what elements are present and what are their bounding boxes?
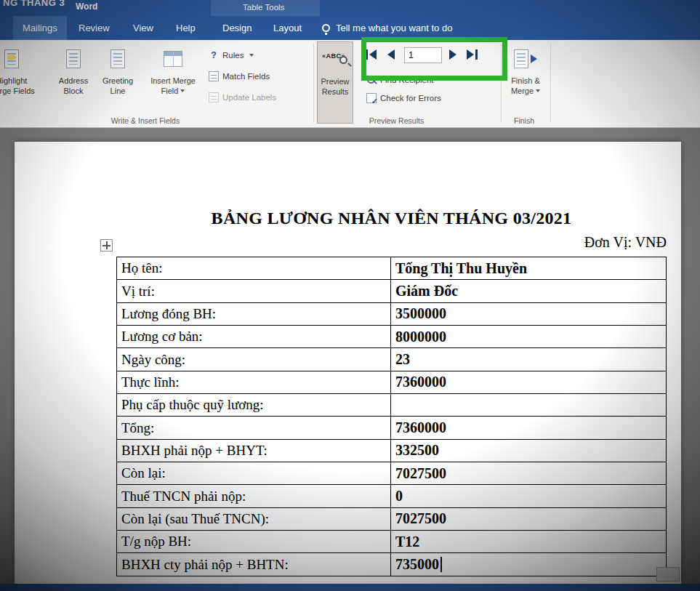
- group-label-preview-results: Preview Results: [315, 116, 478, 125]
- salary-table: Họ tên: Tống Thị Thu Huyền Vị trí: Giám …: [116, 257, 667, 576]
- status-bar-strip: [0, 584, 700, 591]
- app-name: Word: [76, 1, 97, 12]
- row-label-cell[interactable]: Họ tên:: [117, 257, 391, 279]
- table-row: Tổng: 7360000: [117, 417, 667, 439]
- tab-review[interactable]: Review: [69, 16, 119, 40]
- row-label-cell[interactable]: BHXH phải nộp + BHYT:: [117, 440, 391, 462]
- group-label-write-insert-fields: Write & Insert Fields: [0, 116, 291, 125]
- match-fields-button[interactable]: Match Fields: [209, 68, 270, 84]
- finish-and-merge-button[interactable]: Finish & Merge: [504, 41, 547, 124]
- tab-mailings[interactable]: Mailings: [13, 16, 67, 40]
- tab-layout[interactable]: Layout: [264, 16, 311, 40]
- group-separator: [313, 44, 314, 123]
- address-block-icon: [66, 47, 81, 71]
- table-row: T/g nộp BH: T12: [117, 531, 667, 553]
- annotation-box-record-navigation: [361, 37, 507, 81]
- lightbulb-icon: [322, 24, 330, 32]
- dropdown-arrow-icon: [536, 89, 540, 92]
- row-label-cell[interactable]: Vị trí:: [117, 280, 391, 302]
- row-value-cell[interactable]: 7360000: [391, 417, 667, 438]
- tab-view[interactable]: View: [124, 16, 163, 40]
- row-label-cell[interactable]: BHXH cty phải nộp + BHTN:: [117, 553, 391, 575]
- table-row: Còn lại: 7027500: [117, 462, 667, 485]
- document-page[interactable]: BẢNG LƯƠNG NHÂN VIÊN THÁNG 03/2021 Đơn V…: [15, 142, 681, 584]
- row-label-cell[interactable]: Ngày công:: [117, 348, 391, 370]
- button-label: Greeting Line: [102, 76, 133, 96]
- preview-results-icon: «ABC»: [322, 48, 348, 71]
- table-row: Thuế TNCN phải nộp: 0: [117, 485, 667, 507]
- row-value-cell[interactable]: [391, 394, 667, 416]
- scrollbar-corner[interactable]: [656, 567, 680, 582]
- button-label: Finish & Merge: [511, 76, 540, 96]
- dropdown-arrow-icon: [180, 89, 185, 92]
- match-fields-icon: [209, 71, 219, 81]
- row-value-cell[interactable]: Tống Thị Thu Huyền: [391, 257, 667, 279]
- row-value-cell[interactable]: Giám Đốc: [391, 280, 667, 302]
- row-value-cell[interactable]: 0: [391, 485, 667, 507]
- row-label-cell[interactable]: Lương đóng BH:: [117, 303, 391, 325]
- document-heading[interactable]: BẢNG LƯƠNG NHÂN VIÊN THÁNG 03/2021: [116, 209, 667, 228]
- table-move-handle-icon[interactable]: [100, 239, 113, 252]
- ribbon-mailings: Highlight Merge Fields Address Block Gre…: [0, 40, 700, 128]
- button-label: Preview Results: [321, 76, 349, 97]
- check-for-errors-button[interactable]: Check for Errors: [366, 90, 441, 106]
- row-label-cell[interactable]: Lương cơ bản:: [117, 326, 391, 347]
- ribbon-tab-row: Mailings Review View Help Design Layout …: [0, 16, 700, 40]
- table-row: Phụ cấp thuộc quỹ lương:: [117, 394, 667, 417]
- finish-and-merge-icon: [514, 47, 537, 71]
- row-label-cell[interactable]: Còn lại (sau Thuế TNCN):: [117, 508, 391, 530]
- row-value-cell[interactable]: T12: [391, 531, 667, 552]
- update-labels-icon: [209, 92, 219, 102]
- row-value-cell[interactable]: 7360000: [391, 371, 667, 393]
- table-row: Còn lại (sau Thuế TNCN): 7027500: [117, 508, 667, 531]
- update-labels-button: Update Labels: [209, 89, 276, 105]
- table-row: Thực lĩnh: 7360000: [117, 371, 667, 394]
- row-value-cell[interactable]: 23: [391, 348, 667, 370]
- table-row: Lương đóng BH: 3500000: [117, 303, 667, 326]
- button-label: Highlight Merge Fields: [0, 76, 35, 96]
- address-block-button[interactable]: Address Block: [51, 41, 96, 124]
- button-label: Insert Merge Field: [150, 76, 196, 96]
- group-separator: [550, 44, 551, 123]
- greeting-line-button[interactable]: Greeting Line: [97, 41, 139, 124]
- row-label-cell[interactable]: Tổng:: [117, 417, 391, 438]
- tab-design[interactable]: Design: [213, 16, 261, 40]
- row-label-cell[interactable]: Phụ cấp thuộc quỹ lương:: [117, 394, 391, 416]
- rules-icon: [209, 50, 219, 60]
- unit-line[interactable]: Đơn Vị: VNĐ: [116, 234, 667, 251]
- magnifier-icon: [339, 56, 347, 64]
- insert-merge-field-button[interactable]: Insert Merge Field: [145, 41, 201, 124]
- highlight-merge-fields-button[interactable]: Highlight Merge Fields: [0, 41, 42, 124]
- preview-results-button[interactable]: «ABC» Preview Results: [317, 41, 353, 124]
- row-value-cell[interactable]: 735000: [391, 553, 667, 575]
- dropdown-arrow-icon: [249, 54, 254, 57]
- highlight-merge-fields-icon: [4, 47, 19, 71]
- table-row: BHXH phải nộp + BHYT: 332500: [117, 440, 667, 462]
- group-label-finish: Finish: [502, 116, 547, 125]
- tab-help[interactable]: Help: [166, 16, 205, 40]
- row-value-cell[interactable]: 332500: [391, 440, 667, 462]
- check-for-errors-icon: [366, 93, 377, 103]
- insert-merge-field-icon: [164, 47, 182, 71]
- table-row: Ngày công: 23: [117, 348, 667, 371]
- row-label-cell[interactable]: Còn lại:: [117, 462, 391, 484]
- row-value-cell[interactable]: 7027500: [391, 508, 667, 530]
- row-value-cell[interactable]: 7027500: [391, 462, 667, 484]
- row-value-cell[interactable]: 8000000: [391, 326, 667, 347]
- table-row: Họ tên: Tống Thị Thu Huyền: [117, 257, 667, 280]
- document-title: NG THÁNG 3: [3, 0, 65, 8]
- row-label-cell[interactable]: T/g nộp BH:: [117, 531, 391, 552]
- table-row: Vị trí: Giám Đốc: [117, 280, 667, 302]
- title-bar: NG THÁNG 3 Word Table Tools: [0, 0, 700, 16]
- document-canvas: BẢNG LƯƠNG NHÂN VIÊN THÁNG 03/2021 Đơn V…: [0, 128, 700, 584]
- row-label-cell[interactable]: Thực lĩnh:: [117, 371, 391, 393]
- button-label: Address Block: [59, 76, 88, 96]
- greeting-line-icon: [110, 47, 125, 71]
- rules-button[interactable]: Rules: [209, 47, 254, 63]
- row-value-cell[interactable]: 3500000: [391, 303, 667, 325]
- text-cursor: [440, 557, 442, 572]
- table-row: BHXH cty phải nộp + BHTN: 735000: [117, 553, 667, 576]
- tell-me-label: Tell me what you want to do: [336, 23, 452, 33]
- row-label-cell[interactable]: Thuế TNCN phải nộp:: [117, 485, 391, 507]
- table-tools-label: Table Tools: [243, 3, 284, 12]
